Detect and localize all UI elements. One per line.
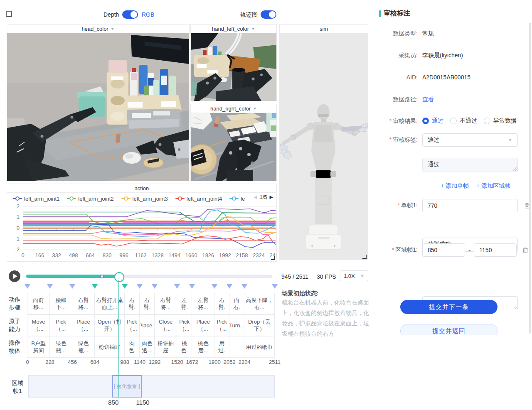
segment-marker-1672[interactable]	[189, 284, 195, 289]
scene-description: 梳妆台在机器人前，化妆盒在桌面上，化妆盒的侧边摆放着物品，化妆品，护肤品盒垃圾在…	[282, 297, 370, 339]
legend-item-left_arm_joint1[interactable]: left_arm_joint1	[13, 196, 59, 202]
segment-marker-0[interactable]	[25, 284, 30, 289]
review-tag-note[interactable]: 通过	[422, 158, 518, 172]
radio-option-异常数据[interactable]: 异常数据	[484, 117, 517, 125]
sim-resize-handle[interactable]	[362, 255, 367, 259]
chart-x-tick: 166	[35, 252, 44, 258]
play-button[interactable]	[9, 270, 20, 282]
object-cell: B户型房间	[27, 336, 50, 358]
info-row-1: 采集员:李轶晨(liyichen)	[373, 49, 532, 59]
single-frame-row: *单帧1: 770	[373, 199, 532, 212]
current-frame-line[interactable]	[118, 280, 119, 398]
head-camera-header[interactable]: head_color ▼	[7, 25, 189, 33]
region-start-input[interactable]: 850	[422, 243, 465, 257]
required-icon: *	[392, 246, 394, 253]
legend-item-left_arm_joint3[interactable]: left_arm_joint3	[121, 196, 168, 202]
ability-cell: Place（...	[72, 314, 95, 336]
info-value: 常规	[422, 27, 434, 37]
scene-title: 场景初始状态:	[282, 290, 370, 297]
chart-resize-handle[interactable]	[271, 256, 275, 260]
depth-label: Depth	[103, 11, 119, 18]
scrollbar-thumb[interactable]	[529, 23, 531, 334]
joint-series-line	[23, 210, 276, 236]
segment-marker-1140[interactable]	[137, 284, 143, 289]
review-result-radio-group: 通过不通过异常数据	[422, 115, 517, 125]
row-label-action-steps: 动作步骤	[7, 293, 22, 314]
frame-axis-tick: 1672	[186, 359, 198, 365]
fps-label: 30 FPS	[317, 273, 336, 280]
speed-value: 1.0X	[344, 273, 355, 279]
region-frame-bar[interactable]: 拉化妆盒	[28, 375, 275, 398]
objects-row: B户型房间绿色瓶...绿色瓶...粉饼抽屉肉色.肉色透...粉饼抽屉桃色.桃色唇…	[27, 336, 275, 358]
series-marker-icon	[13, 196, 22, 201]
step-cell: 左臂将...	[192, 293, 214, 314]
chart-y-tick: -2	[15, 246, 20, 252]
ability-cell: Pick（...	[124, 314, 140, 336]
add-single-frame-button[interactable]: + 添加单帧	[441, 182, 469, 190]
segment-marker-2052[interactable]	[227, 284, 232, 289]
segment-marker-684[interactable]	[92, 284, 98, 289]
review-tag-select[interactable]: 通过 ▼	[422, 133, 518, 147]
hand-right-camera-header[interactable]: hand_right_color ▼	[191, 104, 276, 113]
info-value: A2D0015AB00015	[422, 71, 470, 81]
segment-marker-2511[interactable]	[272, 284, 278, 289]
frame-axis-tick: 0	[26, 359, 29, 365]
resize-grip-icon[interactable]	[513, 305, 517, 309]
hand-left-camera-image	[191, 33, 276, 101]
radio-option-通过[interactable]: 通过	[422, 117, 443, 125]
chevron-down-icon: ▼	[360, 273, 365, 278]
legend-item-left_arm_joint4[interactable]: left_arm_joint4	[175, 196, 222, 202]
radio-checked-icon[interactable]	[422, 118, 429, 124]
submit-return-button[interactable]: 提交并返回	[400, 324, 498, 335]
chart-x-tick: 1162	[135, 252, 147, 258]
chevron-down-icon: ▼	[253, 107, 257, 110]
legend-prev-icon[interactable]: ◀	[254, 194, 257, 200]
joint-line-chart[interactable]: 210-1-2	[7, 203, 276, 252]
object-cell: 肉色.	[124, 336, 140, 358]
action-chart-header: action	[7, 184, 276, 193]
info-value: 李轶晨(liyichen)	[422, 49, 463, 59]
progress-handle[interactable]	[114, 272, 124, 282]
legend-item-le[interactable]: le	[229, 196, 245, 202]
segment-marker-2204[interactable]	[241, 284, 247, 289]
legend-label: le	[241, 196, 245, 202]
single-frame-dot-marker[interactable]	[100, 275, 104, 278]
region-grip-left[interactable]	[114, 384, 115, 389]
info-row-0: 数据类型:常规	[373, 27, 532, 37]
radio-unchecked-icon[interactable]	[450, 118, 457, 124]
hand-left-camera-header[interactable]: hand_left_color ▼	[191, 25, 276, 33]
segment-marker-228[interactable]	[47, 284, 53, 289]
submit-next-button[interactable]: 提交并下一条	[400, 300, 498, 314]
single-frame-input[interactable]: 770	[422, 199, 518, 212]
delete-region-frame-icon[interactable]	[522, 247, 529, 253]
progress-track[interactable]	[26, 275, 272, 278]
progress-fill	[26, 275, 119, 278]
radio-option-不通过[interactable]: 不通过	[450, 117, 477, 125]
region-grip-right[interactable]	[139, 384, 140, 389]
add-region-frame-button[interactable]: + 添加区域帧	[476, 182, 510, 190]
fullscreen-icon[interactable]	[6, 11, 12, 17]
region-frame-segment[interactable]: 拉化妆盒	[112, 375, 142, 398]
resize-grip-icon[interactable]	[513, 167, 517, 171]
segment-marker-1520[interactable]	[174, 284, 180, 289]
step-cell: 右臂.	[124, 293, 140, 314]
segment-marker-1900[interactable]	[212, 284, 217, 289]
speed-select[interactable]: 1.0X ▼	[340, 270, 368, 281]
hand-right-camera-title: hand_right_color	[210, 106, 251, 112]
radio-unchecked-icon[interactable]	[484, 118, 490, 124]
depth-rgb-toggle[interactable]	[122, 10, 138, 19]
info-row-2: AID:A2D0015AB00015	[373, 71, 532, 81]
add-frame-links: + 添加单帧 + 添加区域帧	[441, 182, 510, 190]
sim-viewport[interactable]	[280, 33, 368, 260]
data-path-view-link[interactable]: 查看	[422, 93, 434, 103]
legend-item-left_arm_joint2[interactable]: left_arm_joint2	[67, 196, 113, 202]
segment-marker-1292[interactable]	[152, 284, 158, 289]
region-end-input[interactable]: 1150	[474, 243, 517, 257]
chart-x-tick: 2324	[253, 252, 265, 258]
object-cell: 桃色.	[177, 336, 192, 358]
chart-legend: left_arm_joint1left_arm_joint2left_arm_j…	[7, 193, 276, 204]
segment-marker-456[interactable]	[69, 284, 75, 289]
legend-next-icon[interactable]: ▶	[270, 194, 273, 200]
segment-marker-988[interactable]	[122, 284, 128, 289]
trajectory-toggle[interactable]	[261, 10, 276, 19]
